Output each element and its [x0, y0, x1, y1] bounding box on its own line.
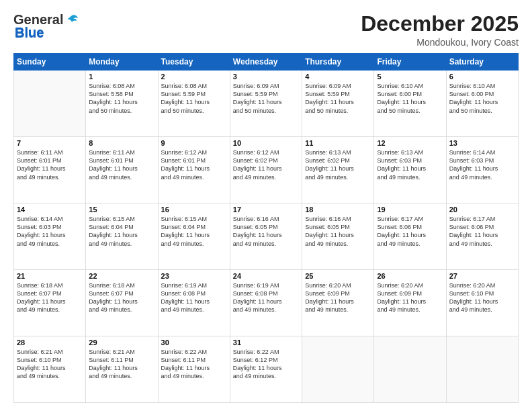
day-number: 23	[161, 272, 227, 280]
calendar-cell: 28Sunrise: 6:21 AM Sunset: 6:10 PM Dayli…	[14, 336, 86, 403]
calendar-cell: 22Sunrise: 6:18 AM Sunset: 6:07 PM Dayli…	[86, 270, 158, 336]
day-number: 17	[233, 205, 299, 214]
day-number: 3	[233, 73, 299, 81]
col-header-tuesday: Tuesday	[158, 54, 230, 71]
cell-info: Sunrise: 6:22 AM Sunset: 6:11 PM Dayligh…	[161, 348, 227, 381]
day-number: 24	[233, 272, 299, 280]
calendar-cell: 14Sunrise: 6:14 AM Sunset: 6:03 PM Dayli…	[14, 203, 86, 270]
cell-info: Sunrise: 6:10 AM Sunset: 6:00 PM Dayligh…	[449, 82, 515, 115]
calendar-cell: 4Sunrise: 6:09 AM Sunset: 5:59 PM Daylig…	[302, 71, 374, 137]
cell-info: Sunrise: 6:12 AM Sunset: 6:01 PM Dayligh…	[161, 148, 227, 181]
title-block: December 2025 Mondoukou, Ivory Coast	[361, 12, 519, 48]
day-number: 8	[89, 139, 154, 147]
cell-info: Sunrise: 6:20 AM Sunset: 6:10 PM Dayligh…	[449, 281, 515, 314]
cell-info: Sunrise: 6:15 AM Sunset: 6:04 PM Dayligh…	[161, 215, 227, 248]
calendar-cell: 27Sunrise: 6:20 AM Sunset: 6:10 PM Dayli…	[446, 270, 518, 336]
day-number: 25	[305, 272, 371, 280]
page: General Blue Blue December 2025 Mondouko…	[0, 0, 532, 411]
cell-info: Sunrise: 6:09 AM Sunset: 5:59 PM Dayligh…	[305, 82, 371, 115]
day-number: 10	[233, 139, 299, 147]
cell-info: Sunrise: 6:19 AM Sunset: 6:08 PM Dayligh…	[233, 281, 299, 314]
cell-info: Sunrise: 6:18 AM Sunset: 6:07 PM Dayligh…	[17, 281, 83, 314]
calendar-cell	[446, 336, 518, 403]
calendar-cell: 25Sunrise: 6:20 AM Sunset: 6:09 PM Dayli…	[302, 270, 374, 336]
cell-info: Sunrise: 6:15 AM Sunset: 6:04 PM Dayligh…	[89, 215, 154, 248]
day-number: 19	[377, 205, 443, 214]
day-number: 31	[233, 338, 299, 347]
col-header-sunday: Sunday	[14, 54, 86, 71]
calendar-row-1: 1Sunrise: 6:08 AM Sunset: 5:58 PM Daylig…	[14, 71, 519, 137]
cell-info: Sunrise: 6:19 AM Sunset: 6:08 PM Dayligh…	[161, 281, 227, 314]
cell-info: Sunrise: 6:11 AM Sunset: 6:01 PM Dayligh…	[17, 148, 83, 181]
day-number: 4	[305, 73, 371, 81]
cell-info: Sunrise: 6:18 AM Sunset: 6:07 PM Dayligh…	[89, 281, 154, 314]
calendar-cell	[14, 71, 86, 137]
cell-info: Sunrise: 6:17 AM Sunset: 6:06 PM Dayligh…	[449, 215, 515, 248]
day-number: 11	[305, 139, 371, 147]
day-number: 26	[377, 272, 443, 280]
calendar-cell	[302, 336, 374, 403]
calendar-cell: 2Sunrise: 6:08 AM Sunset: 5:59 PM Daylig…	[158, 71, 230, 137]
cell-info: Sunrise: 6:08 AM Sunset: 5:59 PM Dayligh…	[161, 82, 227, 115]
calendar-table: SundayMondayTuesdayWednesdayThursdayFrid…	[13, 53, 519, 403]
logo-blue-text: Blue	[15, 26, 44, 41]
calendar-cell: 13Sunrise: 6:14 AM Sunset: 6:03 PM Dayli…	[446, 137, 518, 203]
calendar-cell: 9Sunrise: 6:12 AM Sunset: 6:01 PM Daylig…	[158, 137, 230, 203]
calendar-cell: 24Sunrise: 6:19 AM Sunset: 6:08 PM Dayli…	[230, 270, 302, 336]
calendar-cell: 1Sunrise: 6:08 AM Sunset: 5:58 PM Daylig…	[86, 71, 158, 137]
cell-info: Sunrise: 6:16 AM Sunset: 6:05 PM Dayligh…	[233, 215, 299, 248]
cell-info: Sunrise: 6:16 AM Sunset: 6:05 PM Dayligh…	[305, 215, 371, 248]
cell-info: Sunrise: 6:14 AM Sunset: 6:03 PM Dayligh…	[17, 215, 83, 248]
day-number: 6	[449, 73, 515, 81]
day-number: 12	[377, 139, 443, 147]
cell-info: Sunrise: 6:08 AM Sunset: 5:58 PM Dayligh…	[89, 82, 154, 115]
calendar-cell: 16Sunrise: 6:15 AM Sunset: 6:04 PM Dayli…	[158, 203, 230, 270]
calendar-cell: 15Sunrise: 6:15 AM Sunset: 6:04 PM Dayli…	[86, 203, 158, 270]
calendar-cell: 11Sunrise: 6:13 AM Sunset: 6:02 PM Dayli…	[302, 137, 374, 203]
logo: General Blue Blue	[13, 12, 79, 41]
day-number: 27	[449, 272, 515, 280]
cell-info: Sunrise: 6:20 AM Sunset: 6:09 PM Dayligh…	[377, 281, 443, 314]
day-number: 13	[449, 139, 515, 147]
calendar-cell: 26Sunrise: 6:20 AM Sunset: 6:09 PM Dayli…	[374, 270, 446, 336]
calendar-cell: 7Sunrise: 6:11 AM Sunset: 6:01 PM Daylig…	[14, 137, 86, 203]
cell-info: Sunrise: 6:17 AM Sunset: 6:06 PM Dayligh…	[377, 215, 443, 248]
day-number: 14	[17, 205, 83, 214]
col-header-monday: Monday	[86, 54, 158, 71]
day-number: 1	[89, 73, 154, 81]
day-number: 15	[89, 205, 154, 214]
calendar-cell: 6Sunrise: 6:10 AM Sunset: 6:00 PM Daylig…	[446, 71, 518, 137]
calendar-row-2: 7Sunrise: 6:11 AM Sunset: 6:01 PM Daylig…	[14, 137, 519, 203]
cell-info: Sunrise: 6:09 AM Sunset: 5:59 PM Dayligh…	[233, 82, 299, 115]
calendar-cell: 5Sunrise: 6:10 AM Sunset: 6:00 PM Daylig…	[374, 71, 446, 137]
col-header-wednesday: Wednesday	[230, 54, 302, 71]
calendar-cell: 3Sunrise: 6:09 AM Sunset: 5:59 PM Daylig…	[230, 71, 302, 137]
calendar-cell: 29Sunrise: 6:21 AM Sunset: 6:11 PM Dayli…	[86, 336, 158, 403]
cell-info: Sunrise: 6:22 AM Sunset: 6:12 PM Dayligh…	[233, 348, 299, 381]
cell-info: Sunrise: 6:13 AM Sunset: 6:03 PM Dayligh…	[377, 148, 443, 181]
month-title: December 2025	[361, 12, 519, 36]
calendar-row-5: 28Sunrise: 6:21 AM Sunset: 6:10 PM Dayli…	[14, 336, 519, 403]
day-number: 7	[17, 139, 83, 147]
cell-info: Sunrise: 6:11 AM Sunset: 6:01 PM Dayligh…	[89, 148, 154, 181]
day-number: 30	[161, 338, 227, 347]
col-header-thursday: Thursday	[302, 54, 374, 71]
col-header-friday: Friday	[374, 54, 446, 71]
calendar-header-row: SundayMondayTuesdayWednesdayThursdayFrid…	[14, 54, 519, 71]
calendar-cell: 8Sunrise: 6:11 AM Sunset: 6:01 PM Daylig…	[86, 137, 158, 203]
cell-info: Sunrise: 6:12 AM Sunset: 6:02 PM Dayligh…	[233, 148, 299, 181]
calendar-cell: 21Sunrise: 6:18 AM Sunset: 6:07 PM Dayli…	[14, 270, 86, 336]
cell-info: Sunrise: 6:21 AM Sunset: 6:11 PM Dayligh…	[89, 348, 154, 381]
col-header-saturday: Saturday	[446, 54, 518, 71]
day-number: 21	[17, 272, 83, 280]
calendar-cell: 19Sunrise: 6:17 AM Sunset: 6:06 PM Dayli…	[374, 203, 446, 270]
day-number: 2	[161, 73, 227, 81]
day-number: 5	[377, 73, 443, 81]
day-number: 16	[161, 205, 227, 214]
calendar-cell: 31Sunrise: 6:22 AM Sunset: 6:12 PM Dayli…	[230, 336, 302, 403]
calendar-cell: 30Sunrise: 6:22 AM Sunset: 6:11 PM Dayli…	[158, 336, 230, 403]
calendar-cell: 23Sunrise: 6:19 AM Sunset: 6:08 PM Dayli…	[158, 270, 230, 336]
header: General Blue Blue December 2025 Mondouko…	[13, 12, 519, 48]
cell-info: Sunrise: 6:13 AM Sunset: 6:02 PM Dayligh…	[305, 148, 371, 181]
day-number: 20	[449, 205, 515, 214]
